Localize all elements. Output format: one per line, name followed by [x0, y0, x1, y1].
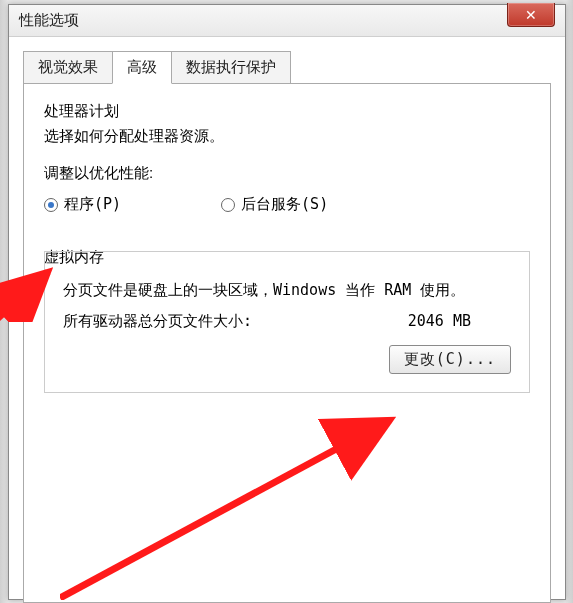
close-icon: ✕ — [525, 7, 537, 23]
window-title: 性能选项 — [19, 11, 79, 30]
radio-icon — [221, 198, 235, 212]
vm-total-label: 所有驱动器总分页文件大小: — [63, 312, 252, 331]
radio-programs[interactable]: 程序(P) — [44, 195, 121, 214]
change-button[interactable]: 更改(C)... — [389, 345, 511, 374]
vm-total-value: 2046 MB — [408, 312, 471, 331]
virtual-memory-group: 虚拟内存 分页文件是硬盘上的一块区域，Windows 当作 RAM 使用。 所有… — [44, 248, 530, 393]
tab-strip: 视觉效果 高级 数据执行保护 — [9, 37, 565, 83]
group-title: 处理器计划 — [44, 102, 530, 121]
radio-icon — [44, 198, 58, 212]
tab-label: 视觉效果 — [38, 58, 98, 75]
adjust-label: 调整以优化性能: — [44, 164, 530, 183]
group-desc: 选择如何分配处理器资源。 — [44, 127, 530, 146]
virtual-memory-box: 分页文件是硬盘上的一块区域，Windows 当作 RAM 使用。 所有驱动器总分… — [44, 251, 530, 393]
tab-advanced[interactable]: 高级 — [112, 51, 172, 84]
vm-desc: 分页文件是硬盘上的一块区域，Windows 当作 RAM 使用。 — [63, 278, 511, 302]
performance-options-window: 性能选项 ✕ 视觉效果 高级 数据执行保护 处理器计划 选择如何分配处理器资源。… — [8, 4, 566, 600]
button-label: 更改(C)... — [404, 350, 496, 368]
tab-visual-effects[interactable]: 视觉效果 — [23, 51, 113, 83]
scheduling-radios: 程序(P) 后台服务(S) — [44, 195, 530, 214]
processor-scheduling-group: 处理器计划 选择如何分配处理器资源。 调整以优化性能: 程序(P) 后台服务(S… — [44, 102, 530, 214]
tab-label: 高级 — [127, 58, 157, 75]
close-button[interactable]: ✕ — [507, 3, 555, 27]
radio-label: 后台服务(S) — [241, 195, 328, 214]
titlebar: 性能选项 ✕ — [9, 5, 565, 37]
radio-background-services[interactable]: 后台服务(S) — [221, 195, 328, 214]
tab-label: 数据执行保护 — [186, 58, 276, 75]
tab-panel-advanced: 处理器计划 选择如何分配处理器资源。 调整以优化性能: 程序(P) 后台服务(S… — [23, 83, 551, 603]
radio-label: 程序(P) — [64, 195, 121, 214]
vm-total-row: 所有驱动器总分页文件大小: 2046 MB — [63, 312, 511, 331]
tab-dep[interactable]: 数据执行保护 — [171, 51, 291, 83]
